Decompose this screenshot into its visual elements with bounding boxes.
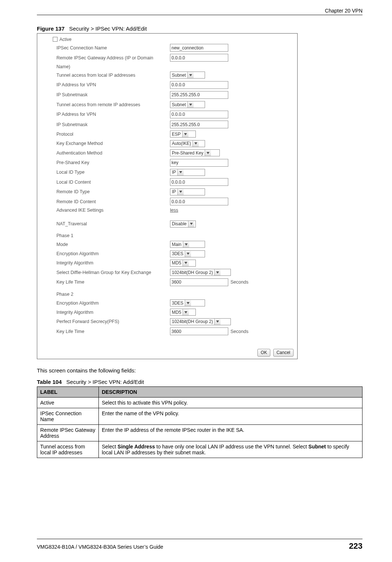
form-label: Name) bbox=[55, 63, 169, 70]
table-head-label: LABEL bbox=[37, 387, 99, 398]
text-input[interactable] bbox=[170, 81, 228, 89]
table-row: Remote IPSec Gateway Address Enter the I… bbox=[37, 425, 362, 441]
text-input[interactable] bbox=[170, 121, 228, 128]
svg-marker-6 bbox=[179, 191, 182, 193]
chevron-down-icon bbox=[192, 140, 199, 147]
form-label: IP Subnetmask bbox=[55, 119, 169, 129]
svg-marker-9 bbox=[187, 253, 190, 255]
text-input[interactable] bbox=[170, 54, 228, 62]
cancel-button[interactable]: Cancel bbox=[273, 349, 294, 357]
table-head-desc: DESCRIPTION bbox=[99, 387, 362, 398]
select-input[interactable]: Pre-Shared Key bbox=[170, 149, 220, 156]
select-input[interactable]: 3DES bbox=[170, 250, 205, 257]
text-input[interactable] bbox=[170, 159, 228, 167]
select-input[interactable]: ESP bbox=[170, 131, 196, 138]
table-row: Tunnel access from local IP addresses Se… bbox=[37, 441, 362, 458]
text-input[interactable] bbox=[170, 44, 228, 52]
form-label: IP Address for VPN bbox=[55, 80, 169, 90]
table-row: IPSec Connection Name Enter the name of … bbox=[37, 408, 362, 425]
form-label: Local ID Content bbox=[55, 177, 169, 187]
chapter-header: Chapter 20 VPN bbox=[321, 8, 362, 14]
table-caption: Table 104 Security > IPSec VPN: Add/Edit bbox=[37, 379, 362, 385]
select-input[interactable]: 1024bit(DH Group 2) bbox=[170, 269, 231, 276]
chevron-down-icon bbox=[185, 300, 191, 306]
form-label: Key Exchange Method bbox=[55, 139, 169, 148]
form-label: Key Life Time bbox=[55, 326, 169, 336]
chevron-down-icon bbox=[182, 131, 188, 137]
svg-marker-1 bbox=[189, 104, 192, 106]
body-text: This screen contains the following field… bbox=[37, 367, 362, 374]
phase1-header: Phase 1 bbox=[55, 229, 291, 240]
select-input[interactable]: Main bbox=[170, 241, 205, 248]
chevron-down-icon bbox=[183, 309, 189, 315]
form-label: Mode bbox=[55, 240, 169, 249]
form-label: Authentication Method bbox=[55, 148, 169, 157]
text-input[interactable] bbox=[170, 327, 228, 335]
figure-title: Security > IPSec VPN: Add/Edit bbox=[69, 25, 147, 32]
figure-number: Figure 137 bbox=[37, 25, 65, 32]
chevron-down-icon bbox=[177, 189, 184, 195]
svg-marker-0 bbox=[189, 74, 192, 76]
svg-marker-13 bbox=[184, 311, 187, 313]
unit-label: Seconds bbox=[230, 280, 249, 285]
page-number: 223 bbox=[349, 541, 362, 551]
form-label: IP Subnetmask bbox=[55, 90, 169, 100]
ok-button[interactable]: OK bbox=[257, 349, 270, 357]
form-label: Select Diffie-Hellman Group for Key Exch… bbox=[55, 268, 169, 277]
chevron-down-icon bbox=[183, 260, 189, 266]
chevron-down-icon bbox=[188, 221, 194, 227]
form-label: Integrity Algorithm bbox=[55, 259, 169, 268]
select-input[interactable]: IP bbox=[170, 188, 205, 195]
select-input[interactable]: MD5 bbox=[170, 309, 196, 316]
figure-screenshot: Active IPSec Connection NameRemote IPSec… bbox=[37, 33, 298, 359]
nat-traversal-label: NAT_Traversal bbox=[55, 219, 169, 229]
text-input[interactable] bbox=[170, 91, 228, 99]
select-input[interactable]: MD5 bbox=[170, 260, 196, 267]
text-input[interactable] bbox=[170, 198, 228, 205]
text-input[interactable] bbox=[170, 111, 228, 118]
chevron-down-icon bbox=[185, 251, 191, 257]
form-label: Remote ID Type bbox=[55, 187, 169, 196]
form-label: Integrity Algorithm bbox=[55, 308, 169, 317]
table-title: Security > IPSec VPN: Add/Edit bbox=[66, 379, 144, 385]
svg-marker-12 bbox=[187, 302, 190, 304]
chevron-down-icon bbox=[205, 150, 211, 156]
form-label: Encryption Algorithm bbox=[55, 249, 169, 258]
chevron-down-icon bbox=[214, 269, 221, 275]
select-input[interactable]: Subnet bbox=[170, 101, 205, 108]
form-label: Advanced IKE Settings bbox=[55, 207, 169, 214]
select-input[interactable]: 3DES bbox=[170, 299, 205, 306]
less-link[interactable]: less bbox=[170, 208, 178, 213]
form-label: Key Life Time bbox=[55, 277, 169, 287]
select-input[interactable]: Auto(IKE) bbox=[170, 140, 205, 147]
form-label: Tunnel access from local IP addresses bbox=[55, 70, 169, 80]
unit-label: Seconds bbox=[230, 329, 249, 334]
svg-marker-2 bbox=[184, 133, 187, 135]
chevron-down-icon bbox=[183, 241, 189, 247]
form-label: Tunnel access from remote IP addresses bbox=[55, 100, 169, 109]
svg-marker-14 bbox=[216, 320, 219, 323]
svg-marker-11 bbox=[216, 271, 219, 274]
chevron-down-icon bbox=[187, 101, 194, 108]
description-table: LABEL DESCRIPTION Active Select this to … bbox=[37, 386, 362, 458]
footer-guide-name: VMG8324-B10A / VMG8324-B30A Series User’… bbox=[37, 544, 163, 550]
select-input[interactable]: Subnet bbox=[170, 72, 205, 79]
form-label: IP Address for VPN bbox=[55, 109, 169, 119]
svg-marker-8 bbox=[185, 243, 188, 246]
form-label: Local ID Type bbox=[55, 168, 169, 177]
select-input[interactable]: IP bbox=[170, 169, 205, 176]
table-number: Table 104 bbox=[37, 379, 62, 385]
text-input[interactable] bbox=[170, 178, 228, 186]
table-row: Active Select this to activate this VPN … bbox=[37, 398, 362, 408]
active-checkbox[interactable] bbox=[53, 37, 58, 42]
select-input[interactable]: 1024bit(DH Group 2) bbox=[170, 318, 231, 325]
nat-traversal-select[interactable]: Disable bbox=[170, 221, 196, 228]
form-label: Remote IPSec Gateway Address (IP or Doma… bbox=[55, 53, 169, 63]
svg-marker-10 bbox=[184, 262, 187, 264]
form-label: Protocol bbox=[55, 129, 169, 139]
chevron-down-icon bbox=[187, 72, 194, 78]
form-label: Encryption Algorithm bbox=[55, 298, 169, 308]
text-input[interactable] bbox=[170, 278, 228, 286]
figure-caption: Figure 137 Security > IPSec VPN: Add/Edi… bbox=[37, 25, 362, 32]
svg-marker-5 bbox=[179, 171, 182, 173]
